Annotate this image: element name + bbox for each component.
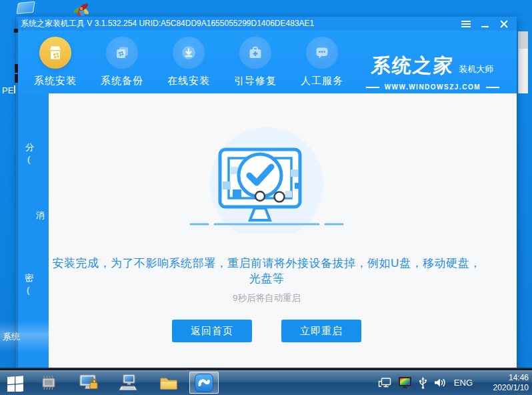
content-panel: 安装完成，为了不影响系统部署，重启前请将外接设备拔掉，例如U盘，移动硬盘，光盘等… xyxy=(49,93,517,368)
usb-icon[interactable] xyxy=(419,376,427,390)
logo-dash-left xyxy=(366,87,379,88)
logo-dash-right xyxy=(486,87,499,88)
display-color-icon[interactable] xyxy=(398,376,413,389)
restart-now-button[interactable]: 立即重启 xyxy=(281,320,361,342)
menu-icon[interactable] xyxy=(461,20,471,28)
volume-icon[interactable] xyxy=(433,377,446,388)
nav-label: 人工服务 xyxy=(301,75,343,87)
start-button[interactable] xyxy=(0,370,31,395)
bg-fragment-pe: PE xyxy=(2,86,13,95)
taskbar-locked-display-icon[interactable] xyxy=(77,372,100,394)
brand-name: 系统之家 xyxy=(371,53,455,79)
brand-subtitle: 装机大师 xyxy=(459,63,493,75)
install-complete-illustration xyxy=(180,127,353,234)
back-home-button[interactable]: 返回首页 xyxy=(172,320,252,342)
taskbar: ENG 14:46 2020/1/10 xyxy=(0,370,532,395)
clock-date: 2020/1/10 xyxy=(481,383,529,393)
nav-item-boot-repair[interactable]: 引导修复 xyxy=(222,31,289,93)
desktop-flower-app-icon[interactable] xyxy=(71,0,91,16)
nav-label: 系统备份 xyxy=(101,75,143,87)
system-tray: ENG 14:46 2020/1/10 xyxy=(377,373,532,393)
desktop-glass-pane-icon[interactable] xyxy=(16,1,35,14)
network-icon[interactable] xyxy=(377,377,392,388)
close-icon[interactable] xyxy=(500,20,508,28)
restart-countdown: 9秒后将自动重启 xyxy=(49,292,485,304)
nav-item-online-install[interactable]: 在线安装 xyxy=(155,31,222,93)
nav-item-system-install[interactable]: 系统安装 xyxy=(22,31,89,93)
brand-logo: 系统之家 装机大师 WWW.WINDOWSZJ.COM xyxy=(366,53,499,91)
taskbar-computer-icon[interactable] xyxy=(117,372,140,394)
nav-label: 系统安装 xyxy=(34,75,77,87)
backup-windows-icon xyxy=(113,44,131,61)
nav-bar: 系统安装 系统备份 xyxy=(18,31,517,93)
install-box-icon xyxy=(47,44,64,61)
taskbar-clock[interactable]: 14:46 2020/1/10 xyxy=(481,373,529,393)
background-scrollbar[interactable] xyxy=(518,31,528,93)
nav-label: 引导修复 xyxy=(234,75,277,87)
nav-item-system-backup[interactable]: 系统备份 xyxy=(89,31,155,93)
brand-website: WWW.WINDOWSZJ.COM xyxy=(385,83,481,91)
window-title: 系统之家装机工具 V 3.1.532.254 URID:A5C84DD9A165… xyxy=(18,18,314,29)
installer-app-icon xyxy=(194,373,214,393)
clock-time: 14:46 xyxy=(481,373,529,383)
install-complete-message: 安装完成，为了不影响系统部署，重启前请将外接设备拔掉，例如U盘，移动硬盘，光盘等 xyxy=(49,256,485,286)
support-chat-icon xyxy=(313,44,331,61)
boot-repair-icon xyxy=(247,44,264,61)
minimize-icon[interactable] xyxy=(481,20,490,28)
nav-item-support[interactable]: 人工服务 xyxy=(289,31,355,93)
language-indicator[interactable]: ENG xyxy=(454,378,473,388)
title-bar: 系统之家装机工具 V 3.1.532.254 URID:A5C84DD9A165… xyxy=(18,17,517,31)
windows-start-icon xyxy=(7,374,24,392)
installer-window: 系统之家装机工具 V 3.1.532.254 URID:A5C84DD9A165… xyxy=(18,17,517,368)
taskbar-installer-active[interactable] xyxy=(189,372,219,394)
online-download-icon xyxy=(180,44,197,61)
bg-fragment-bar xyxy=(14,85,15,93)
nav-label: 在线安装 xyxy=(167,75,210,87)
taskbar-memory-chip-icon[interactable] xyxy=(37,372,60,394)
taskbar-folder-icon[interactable] xyxy=(157,372,180,394)
